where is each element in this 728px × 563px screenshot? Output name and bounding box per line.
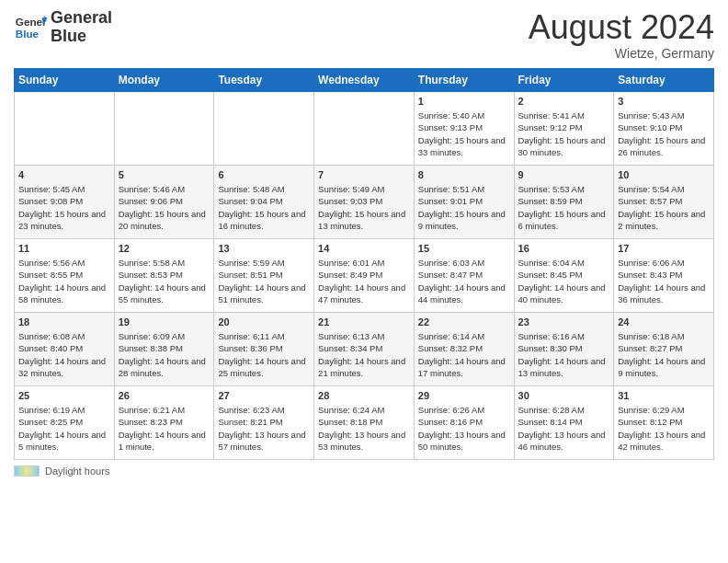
- day-number: 16: [518, 242, 610, 256]
- day-info: Sunrise: 5:51 AM Sunset: 9:01 PM Dayligh…: [418, 183, 510, 232]
- day-info: Sunrise: 5:40 AM Sunset: 9:13 PM Dayligh…: [418, 109, 510, 158]
- day-info: Sunrise: 5:54 AM Sunset: 8:57 PM Dayligh…: [618, 183, 710, 232]
- calendar-day-cell: 16Sunrise: 6:04 AM Sunset: 8:45 PM Dayli…: [514, 238, 614, 312]
- day-number: 26: [119, 389, 210, 403]
- weekday-header: Friday: [514, 68, 614, 91]
- day-info: Sunrise: 6:11 AM Sunset: 8:36 PM Dayligh…: [218, 330, 310, 379]
- weekday-header: Wednesday: [314, 68, 415, 91]
- day-info: Sunrise: 6:14 AM Sunset: 8:32 PM Dayligh…: [418, 330, 510, 379]
- calendar-day-cell: 26Sunrise: 6:21 AM Sunset: 8:23 PM Dayli…: [114, 385, 214, 459]
- logo-blue-text: Blue: [51, 28, 112, 46]
- day-number: 22: [418, 316, 510, 329]
- weekday-header: Sunday: [15, 68, 115, 91]
- day-number: 13: [218, 242, 310, 256]
- day-number: 2: [518, 95, 610, 109]
- calendar-day-cell: 18Sunrise: 6:08 AM Sunset: 8:40 PM Dayli…: [15, 312, 115, 385]
- day-info: Sunrise: 6:06 AM Sunset: 8:43 PM Dayligh…: [618, 257, 710, 305]
- day-number: 3: [618, 95, 710, 109]
- day-number: 7: [318, 168, 410, 182]
- day-number: 9: [518, 168, 610, 182]
- weekday-header: Tuesday: [214, 68, 314, 91]
- calendar-day-cell: 23Sunrise: 6:16 AM Sunset: 8:30 PM Dayli…: [514, 312, 614, 385]
- location-text: Wietze, Germany: [529, 46, 714, 61]
- day-info: Sunrise: 6:09 AM Sunset: 8:38 PM Dayligh…: [119, 330, 210, 379]
- calendar-day-cell: 29Sunrise: 6:26 AM Sunset: 8:16 PM Dayli…: [414, 385, 514, 459]
- logo-general-text: General: [51, 9, 112, 28]
- calendar-day-cell: 21Sunrise: 6:13 AM Sunset: 8:34 PM Dayli…: [314, 312, 415, 385]
- calendar-day-cell: 17Sunrise: 6:06 AM Sunset: 8:43 PM Dayli…: [614, 238, 714, 312]
- svg-text:Blue: Blue: [16, 28, 40, 40]
- day-number: 10: [618, 168, 710, 182]
- calendar-day-cell: 19Sunrise: 6:09 AM Sunset: 8:38 PM Dayli…: [114, 312, 214, 385]
- day-number: 6: [218, 168, 310, 182]
- day-number: 8: [418, 168, 510, 182]
- calendar-day-cell: 25Sunrise: 6:19 AM Sunset: 8:25 PM Dayli…: [15, 385, 115, 459]
- calendar-day-cell: 31Sunrise: 6:29 AM Sunset: 8:12 PM Dayli…: [614, 385, 714, 459]
- day-number: 17: [618, 242, 710, 256]
- day-number: 15: [418, 242, 510, 256]
- calendar-day-cell: 8Sunrise: 5:51 AM Sunset: 9:01 PM Daylig…: [414, 165, 514, 238]
- calendar-day-cell: 7Sunrise: 5:49 AM Sunset: 9:03 PM Daylig…: [314, 165, 415, 238]
- day-number: 24: [618, 316, 710, 329]
- day-number: 14: [318, 242, 410, 256]
- calendar-day-cell: [15, 91, 115, 165]
- day-info: Sunrise: 5:48 AM Sunset: 9:04 PM Dayligh…: [218, 183, 310, 232]
- day-number: 29: [418, 389, 510, 403]
- page-header: General Blue General Blue August 2024 Wi…: [14, 9, 714, 61]
- day-number: 30: [518, 389, 610, 403]
- day-info: Sunrise: 6:16 AM Sunset: 8:30 PM Dayligh…: [518, 330, 610, 379]
- day-info: Sunrise: 6:01 AM Sunset: 8:49 PM Dayligh…: [318, 257, 410, 305]
- weekday-header: Monday: [114, 68, 214, 91]
- calendar-day-cell: 1Sunrise: 5:40 AM Sunset: 9:13 PM Daylig…: [414, 91, 514, 165]
- calendar-day-cell: [214, 91, 314, 165]
- day-info: Sunrise: 5:59 AM Sunset: 8:51 PM Dayligh…: [218, 257, 310, 305]
- day-number: 18: [18, 316, 110, 329]
- calendar-week-row: 25Sunrise: 6:19 AM Sunset: 8:25 PM Dayli…: [15, 385, 714, 459]
- day-info: Sunrise: 6:19 AM Sunset: 8:25 PM Dayligh…: [18, 404, 110, 453]
- day-number: 11: [18, 242, 110, 256]
- svg-text:General: General: [16, 16, 47, 28]
- day-number: 19: [119, 316, 210, 329]
- day-info: Sunrise: 5:41 AM Sunset: 9:12 PM Dayligh…: [518, 109, 610, 158]
- calendar-day-cell: 12Sunrise: 5:58 AM Sunset: 8:53 PM Dayli…: [114, 238, 214, 312]
- day-number: 28: [318, 389, 410, 403]
- day-number: 23: [518, 316, 610, 329]
- calendar-day-cell: 11Sunrise: 5:56 AM Sunset: 8:55 PM Dayli…: [15, 238, 115, 312]
- day-info: Sunrise: 6:24 AM Sunset: 8:18 PM Dayligh…: [318, 404, 410, 453]
- day-number: 25: [18, 389, 110, 403]
- calendar-day-cell: 10Sunrise: 5:54 AM Sunset: 8:57 PM Dayli…: [614, 165, 714, 238]
- calendar-day-cell: 2Sunrise: 5:41 AM Sunset: 9:12 PM Daylig…: [514, 91, 614, 165]
- day-number: 5: [119, 168, 210, 182]
- weekday-header: Thursday: [414, 68, 514, 91]
- day-info: Sunrise: 6:26 AM Sunset: 8:16 PM Dayligh…: [418, 404, 510, 453]
- calendar-day-cell: 15Sunrise: 6:03 AM Sunset: 8:47 PM Dayli…: [414, 238, 514, 312]
- calendar-day-cell: 3Sunrise: 5:43 AM Sunset: 9:10 PM Daylig…: [614, 91, 714, 165]
- day-number: 27: [218, 389, 310, 403]
- calendar-day-cell: [314, 91, 415, 165]
- calendar-day-cell: 4Sunrise: 5:45 AM Sunset: 9:08 PM Daylig…: [15, 165, 115, 238]
- calendar-day-cell: 27Sunrise: 6:23 AM Sunset: 8:21 PM Dayli…: [214, 385, 314, 459]
- day-info: Sunrise: 6:13 AM Sunset: 8:34 PM Dayligh…: [318, 330, 410, 379]
- day-number: 4: [18, 168, 110, 182]
- calendar-week-row: 4Sunrise: 5:45 AM Sunset: 9:08 PM Daylig…: [15, 165, 714, 238]
- day-info: Sunrise: 5:53 AM Sunset: 8:59 PM Dayligh…: [518, 183, 610, 232]
- calendar-week-row: 18Sunrise: 6:08 AM Sunset: 8:40 PM Dayli…: [15, 312, 714, 385]
- calendar-day-cell: 13Sunrise: 5:59 AM Sunset: 8:51 PM Dayli…: [214, 238, 314, 312]
- day-number: 21: [318, 316, 410, 329]
- logo-icon: General Blue: [14, 11, 47, 44]
- day-info: Sunrise: 5:45 AM Sunset: 9:08 PM Dayligh…: [18, 183, 110, 232]
- legend-label: Daylight hours: [45, 465, 109, 477]
- day-number: 1: [418, 95, 510, 109]
- day-info: Sunrise: 5:43 AM Sunset: 9:10 PM Dayligh…: [618, 109, 710, 158]
- calendar-week-row: 11Sunrise: 5:56 AM Sunset: 8:55 PM Dayli…: [15, 238, 714, 312]
- day-info: Sunrise: 5:56 AM Sunset: 8:55 PM Dayligh…: [18, 257, 110, 305]
- calendar-day-cell: 22Sunrise: 6:14 AM Sunset: 8:32 PM Dayli…: [414, 312, 514, 385]
- day-number: 31: [618, 389, 710, 403]
- day-info: Sunrise: 6:03 AM Sunset: 8:47 PM Dayligh…: [418, 257, 510, 305]
- day-info: Sunrise: 6:21 AM Sunset: 8:23 PM Dayligh…: [119, 404, 210, 453]
- calendar-header-row: SundayMondayTuesdayWednesdayThursdayFrid…: [15, 68, 714, 91]
- day-info: Sunrise: 6:28 AM Sunset: 8:14 PM Dayligh…: [518, 404, 610, 453]
- day-number: 20: [218, 316, 310, 329]
- weekday-header: Saturday: [614, 68, 714, 91]
- day-info: Sunrise: 6:08 AM Sunset: 8:40 PM Dayligh…: [18, 330, 110, 379]
